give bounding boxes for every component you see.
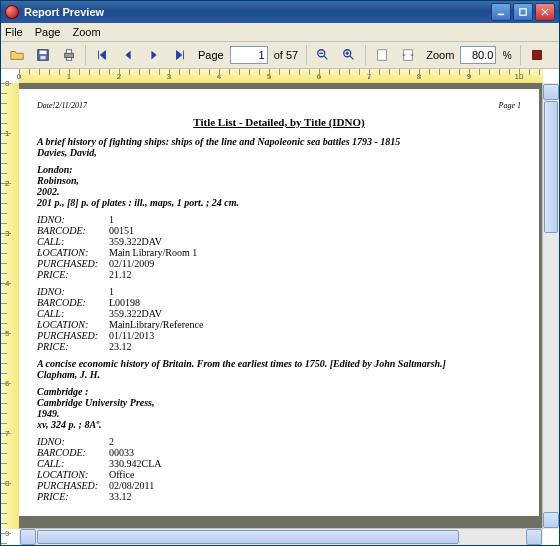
menu-file[interactable]: File [5,26,23,38]
svg-rect-9 [66,58,71,61]
toolbar: Page of 57 Zoom % [1,42,559,69]
open-button[interactable] [5,43,29,67]
menu-page[interactable]: Page [35,26,61,38]
copy-details: IDNO:2BARCODE:00033CALL:330.942CLALOCATI… [37,436,521,502]
ruler-horizontal: 012345678910 [19,69,543,84]
titlebar[interactable]: Report Preview [1,1,559,23]
minimize-button[interactable] [491,3,511,21]
window-title: Report Preview [24,6,491,18]
svg-rect-5 [40,51,47,55]
zoom-label: Zoom [426,49,454,61]
prev-page-button[interactable] [116,43,140,67]
fit-width-button[interactable] [396,43,420,67]
report-preview-window: Report Preview File Page Zoom Page of 57… [0,0,560,546]
svg-rect-1 [520,9,526,15]
svg-rect-19 [533,51,542,60]
page-input[interactable] [230,46,268,64]
of-pages: of 57 [274,49,298,61]
report-date: Date!2/11/2017 [37,101,87,110]
ruler-vertical: 0123456789 [1,83,20,529]
print-button[interactable] [57,43,81,67]
svg-rect-6 [40,56,45,60]
scrollbar-horizontal[interactable] [19,528,543,545]
copy-details: IDNO:1BARCODE:00151CALL:359.322DAVLOCATI… [37,214,521,280]
svg-rect-8 [66,50,71,54]
app-icon [5,5,19,19]
next-page-button[interactable] [142,43,166,67]
zoom-out-button[interactable] [311,43,335,67]
svg-rect-7 [65,53,74,57]
menubar: File Page Zoom [1,23,559,42]
svg-line-14 [350,56,354,60]
menu-zoom[interactable]: Zoom [72,26,100,38]
report-page: Date!2/11/2017 Page 1 Title List - Detai… [19,89,539,516]
maximize-button[interactable] [513,3,533,21]
close-button[interactable] [535,3,555,21]
first-page-button[interactable] [90,43,114,67]
svg-line-11 [324,56,328,60]
last-page-button[interactable] [168,43,192,67]
preview-viewer: 012345678910 0123456789 Date!2/11/2017 P… [1,69,559,545]
fit-page-button[interactable] [370,43,394,67]
page-label: Page [198,49,224,61]
save-button[interactable] [31,43,55,67]
report-page-no: Page 1 [499,101,521,110]
zoom-in-button[interactable] [337,43,361,67]
close-preview-button[interactable] [525,43,549,67]
copy-details: IDNO:1BARCODE:L00198CALL:359.322DAVLOCAT… [37,286,521,352]
report-entry: A concise economic history of Britain. F… [37,358,521,502]
report-entry: A brief history of fighting ships: ships… [37,136,521,352]
zoom-input[interactable] [460,46,496,64]
scrollbar-vertical[interactable] [542,83,559,529]
page-canvas[interactable]: Date!2/11/2017 Page 1 Title List - Detai… [19,83,543,529]
svg-rect-17 [378,50,387,61]
zoom-pct-button[interactable]: % [498,43,516,67]
report-title: Title List - Detailed, by Title (IDNO) [37,116,521,128]
